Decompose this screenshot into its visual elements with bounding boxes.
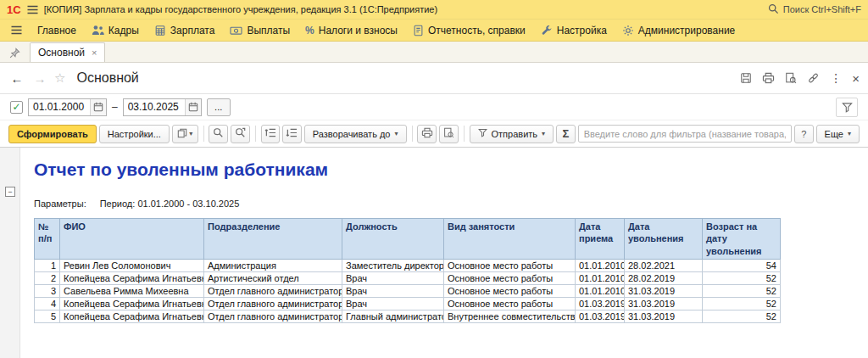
table-cell[interactable]: Врач <box>342 271 444 284</box>
tab-osnovnoy[interactable]: Основной × <box>30 42 105 62</box>
table-cell[interactable]: Заместитель директора <box>342 259 444 271</box>
table-cell[interactable]: Копейцева Серафима Игнатьевна <box>60 271 204 284</box>
table-cell[interactable]: Ревин Лев Соломонович <box>60 259 204 271</box>
collapse-groups-button[interactable] <box>261 125 281 143</box>
table-cell[interactable]: 01.01.2010 <box>576 259 625 271</box>
table-cell[interactable]: 52 <box>703 310 781 322</box>
table-row[interactable]: 5Копейцева Серафима ИгнатьевнаОтдел глав… <box>35 310 781 322</box>
kebab-menu-icon[interactable]: ⋮ <box>830 71 842 85</box>
table-row[interactable]: 4Копейцева Серафима ИгнатьевнаОтдел глав… <box>35 297 781 310</box>
filter-funnel-icon[interactable] <box>836 98 858 117</box>
period-checkbox[interactable]: ✓ <box>10 101 23 114</box>
table-row[interactable]: 2Копейцева Серафима ИгнатьевнаАртистичес… <box>35 271 781 284</box>
forward-button[interactable]: → <box>31 71 48 86</box>
date-to-input[interactable] <box>124 101 185 113</box>
expand-groups-button[interactable] <box>282 125 302 143</box>
collapse-group-button[interactable]: − <box>5 187 15 197</box>
sections-panel-icon[interactable] <box>3 25 30 35</box>
table-cell[interactable]: Артистический отдел <box>204 271 342 284</box>
table-cell[interactable]: Копейцева Серафима Игнатьевна <box>60 297 204 310</box>
table-cell[interactable]: 1 <box>35 259 60 271</box>
table-cell[interactable]: 31.03.2019 <box>625 284 703 297</box>
print-icon[interactable] <box>762 72 775 84</box>
table-cell[interactable]: Врач <box>342 284 444 297</box>
global-search[interactable]: Поиск Ctrl+Shift+F <box>768 3 861 16</box>
menu-item-nalogi[interactable]: % Налоги и взносы <box>298 20 405 41</box>
menu-item-zarplata[interactable]: Зарплата <box>147 20 223 41</box>
print-preview-icon[interactable] <box>785 72 797 84</box>
table-cell[interactable]: Основное место работы <box>444 284 576 297</box>
table-cell[interactable]: Копейцева Серафима Игнатьевна <box>60 310 204 322</box>
table-cell[interactable]: 4 <box>35 297 60 310</box>
table-cell[interactable]: 01.01.2010 <box>576 284 625 297</box>
table-cell[interactable]: Главный администратор <box>342 310 444 322</box>
menu-item-kadry[interactable]: Кадры <box>84 20 147 41</box>
send-button[interactable]: Отправить ▾ <box>470 125 554 143</box>
table-cell[interactable]: 28.02.2019 <box>625 271 703 284</box>
pin-icon[interactable] <box>3 48 26 62</box>
table-cell[interactable]: Врач <box>342 297 444 310</box>
menu-item-glavnoe[interactable]: Главное <box>30 20 84 41</box>
column-header[interactable]: Дата приема <box>576 219 625 260</box>
column-header[interactable]: Возраст на дату увольнения <box>703 219 781 260</box>
table-cell[interactable]: Отдел главного администратора <box>204 297 342 310</box>
back-button[interactable]: ← <box>8 71 25 86</box>
table-cell[interactable]: 31.03.2019 <box>625 297 703 310</box>
table-row[interactable]: 1Ревин Лев СоломоновичАдминистрацияЗамес… <box>35 259 781 271</box>
table-cell[interactable]: 3 <box>35 284 60 297</box>
menu-item-otchetnost[interactable]: Отчетность, справки <box>405 20 533 41</box>
column-header[interactable]: Вид занятости <box>444 219 576 260</box>
sum-button[interactable]: Σ <box>556 125 576 143</box>
table-cell[interactable]: Основное место работы <box>444 259 576 271</box>
find-button[interactable] <box>209 125 228 143</box>
quick-filter-input[interactable] <box>578 125 792 143</box>
calendar-icon[interactable] <box>185 99 201 115</box>
table-cell[interactable]: 01.03.2019 <box>576 297 625 310</box>
table-cell[interactable]: 52 <box>703 271 781 284</box>
table-cell[interactable]: 28.02.2021 <box>625 259 703 271</box>
table-cell[interactable]: Отдел главного администратора <box>204 284 342 297</box>
menu-item-nastroyka[interactable]: Настройка <box>533 20 615 41</box>
find-next-button[interactable] <box>231 125 250 143</box>
tab-close-icon[interactable]: × <box>92 48 97 58</box>
table-cell[interactable]: Администрация <box>204 259 342 271</box>
table-cell[interactable]: 5 <box>35 310 60 322</box>
menu-item-vyplaty[interactable]: Выплаты <box>222 20 298 41</box>
column-header[interactable]: Должность <box>342 219 444 260</box>
table-cell[interactable]: Внутреннее совместительство <box>444 310 576 322</box>
column-header[interactable]: № п/п <box>35 219 60 260</box>
table-cell[interactable]: Савельева Римма Михеевна <box>60 284 204 297</box>
table-cell[interactable]: Основное место работы <box>444 271 576 284</box>
column-header[interactable]: Дата увольнения <box>625 219 703 260</box>
save-icon[interactable] <box>740 72 752 84</box>
column-header[interactable]: Подразделение <box>204 219 342 260</box>
form-header: ← → ☆ Основной ⋮ × <box>0 63 868 94</box>
menu-item-administrirovanie[interactable]: Администрирование <box>615 20 743 41</box>
settings-button[interactable]: Настройки... <box>99 125 170 143</box>
print-preview-button[interactable] <box>439 125 459 143</box>
main-menu-icon[interactable] <box>27 5 38 14</box>
period-options-button[interactable]: ... <box>207 98 231 116</box>
report-variants-button[interactable]: ▾ <box>172 125 198 143</box>
more-button[interactable]: Еще ▾ <box>816 125 860 143</box>
link-icon[interactable] <box>807 72 820 84</box>
column-header[interactable]: ФИО <box>60 219 204 260</box>
table-cell[interactable]: 54 <box>703 259 781 271</box>
table-cell[interactable]: 52 <box>703 297 781 310</box>
table-row[interactable]: 3Савельева Римма МихеевнаОтдел главного … <box>35 284 781 297</box>
table-cell[interactable]: 01.03.2019 <box>576 310 625 322</box>
table-cell[interactable]: 01.01.2010 <box>576 271 625 284</box>
help-button[interactable]: ? <box>794 125 814 143</box>
close-icon[interactable]: × <box>852 71 860 86</box>
table-cell[interactable]: Основное место работы <box>444 297 576 310</box>
calendar-icon[interactable] <box>90 99 106 115</box>
table-cell[interactable]: 52 <box>703 284 781 297</box>
print-button[interactable] <box>417 125 437 143</box>
generate-button[interactable]: Сформировать <box>8 125 97 143</box>
favorite-star-icon[interactable]: ☆ <box>54 70 65 86</box>
table-cell[interactable]: 2 <box>35 271 60 284</box>
table-cell[interactable]: Отдел главного администратора <box>204 310 342 322</box>
table-cell[interactable]: 31.03.2019 <box>625 310 703 322</box>
date-from-input[interactable] <box>29 101 90 113</box>
expand-to-button[interactable]: Разворачивать до ▾ <box>304 125 407 143</box>
